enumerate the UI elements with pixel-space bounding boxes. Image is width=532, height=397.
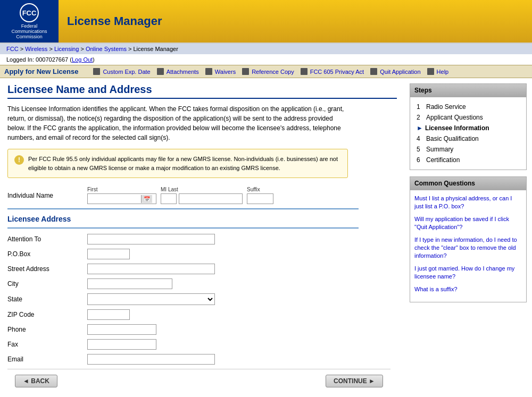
suffix-input[interactable]	[247, 193, 273, 204]
step-2: 2 Applicant Questions	[414, 112, 522, 123]
individual-name-row: Individual Name First 📅 MI Last	[7, 187, 359, 204]
street-address-fields	[87, 264, 359, 274]
last-name-input[interactable]	[179, 193, 243, 204]
document-icon	[301, 68, 307, 75]
attention-to-row: Attention To	[7, 234, 359, 244]
street-address-row: Street Address	[7, 264, 359, 274]
fcc-name-line1: Federal	[21, 23, 38, 29]
common-q-1[interactable]: Must I list a physical address, or can I…	[414, 195, 522, 211]
email-label: Email	[7, 356, 87, 363]
attention-to-label: Attention To	[7, 235, 87, 243]
x-icon	[370, 68, 377, 75]
fax-label: Fax	[7, 341, 87, 348]
first-label: First	[87, 187, 156, 192]
first-name-calendar-button[interactable]: 📅	[141, 195, 152, 203]
breadcrumb-licensing[interactable]: Licensing	[54, 46, 79, 52]
loggedin-bar: Logged In: 0007027667 (Log Out)	[0, 54, 532, 65]
phone-fields	[87, 324, 359, 335]
state-fields: AlabamaAlaskaArizonaArkansasCaliforniaCo…	[87, 293, 359, 305]
toolbar-privacy-act[interactable]: FCC 605 Privacy Act	[301, 68, 364, 75]
email-row: Email	[7, 354, 359, 365]
toolbar-reference-copy[interactable]: Reference Copy	[242, 68, 294, 75]
attention-to-fields	[87, 234, 359, 244]
sidebar: Steps 1 Radio Service 2 Applicant Questi…	[404, 78, 532, 314]
toolbar-attachments[interactable]: Attachments	[157, 68, 199, 75]
breadcrumb-online-systems[interactable]: Online Systems	[86, 46, 127, 52]
fcc-name-line3: Commission	[16, 34, 43, 39]
checkbox-icon	[205, 68, 212, 75]
warning-icon: !	[14, 155, 24, 165]
city-label: City	[7, 280, 87, 288]
first-name-input[interactable]	[88, 194, 141, 204]
zip-input[interactable]	[87, 309, 130, 320]
common-questions-box: Common Questions Must I list a physical …	[410, 176, 527, 302]
city-fields	[87, 278, 359, 289]
po-box-fields	[87, 249, 359, 259]
footer-buttons: ◄ BACK CONTINUE ►	[7, 369, 390, 393]
fax-input[interactable]	[87, 339, 156, 350]
email-fields	[87, 354, 359, 365]
street-address-input[interactable]	[87, 264, 215, 274]
steps-content: 1 Radio Service 2 Applicant Questions ► …	[410, 97, 526, 170]
city-row: City	[7, 278, 359, 289]
toolbar-waivers[interactable]: Waivers	[205, 68, 236, 75]
breadcrumb-wireless[interactable]: Wireless	[25, 46, 47, 52]
licensee-address-heading: Licensee Address	[7, 215, 397, 223]
header-title-bar: License Manager	[59, 0, 532, 43]
suffix-label: Suffix	[247, 187, 273, 192]
state-select[interactable]: AlabamaAlaskaArizonaArkansasCaliforniaCo…	[87, 293, 215, 305]
common-q-5[interactable]: What is a suffix?	[414, 285, 522, 293]
back-button[interactable]: ◄ BACK	[15, 375, 57, 387]
fcc-logo: FCC Federal Communications Commission	[0, 0, 59, 43]
common-q-4[interactable]: I just got married. How do I change my l…	[414, 265, 522, 281]
toolbar: Apply for New License Custom Exp. Date A…	[0, 65, 532, 78]
fcc-emblem: FCC	[20, 3, 39, 22]
step-6: 6 Certification	[414, 155, 522, 165]
breadcrumb: FCC > Wireless > Licensing > Online Syst…	[0, 44, 532, 54]
loggedin-text: Logged In: 0007027667	[6, 56, 68, 63]
address-divider-bottom	[7, 227, 359, 229]
zip-label: ZIP Code	[7, 311, 87, 318]
first-name-group: First 📅	[87, 187, 156, 204]
email-input[interactable]	[87, 354, 215, 365]
toolbar-quit-application[interactable]: Quit Application	[370, 68, 420, 75]
mi-input[interactable]	[161, 193, 177, 204]
question-icon	[427, 68, 434, 75]
common-q-3[interactable]: If I type in new information, do I need …	[414, 236, 522, 260]
breadcrumb-fcc[interactable]: FCC	[6, 46, 19, 52]
individual-name-fields: First 📅 MI Last Suffix	[87, 187, 359, 204]
state-row: State AlabamaAlaskaArizonaArkansasCalifo…	[7, 293, 359, 305]
step-5: 5 Summary	[414, 144, 522, 155]
warning-text: Per FCC Rule 95.5 only individual applic…	[28, 155, 341, 172]
phone-label: Phone	[7, 326, 87, 333]
continue-button[interactable]: CONTINUE ►	[326, 375, 383, 387]
attention-to-input[interactable]	[87, 234, 215, 244]
content-area: Licensee Name and Address This Licensee …	[0, 78, 404, 397]
step-1: 1 Radio Service	[414, 102, 522, 112]
suffix-group: Suffix	[247, 187, 273, 204]
toolbar-custom-exp-date[interactable]: Custom Exp. Date	[93, 68, 150, 75]
toolbar-help[interactable]: Help	[427, 68, 449, 75]
steps-list: 1 Radio Service 2 Applicant Questions ► …	[414, 102, 522, 165]
zip-row: ZIP Code	[7, 309, 359, 320]
step-4: 4 Basic Qualification	[414, 133, 522, 144]
fcc-name-line2: Communications	[11, 29, 47, 34]
logout-link[interactable]: Log Out	[72, 56, 93, 63]
address-divider	[7, 208, 359, 209]
paperclip-icon	[157, 68, 164, 75]
step-3: ► Licensee Information	[414, 123, 522, 133]
po-box-label: P.O.Box	[7, 250, 87, 258]
mi-last-group: MI Last	[161, 187, 243, 204]
city-input[interactable]	[87, 278, 172, 289]
common-q-2[interactable]: Will my application be saved if I click …	[414, 215, 522, 232]
phone-input[interactable]	[87, 324, 156, 335]
po-box-input[interactable]	[87, 249, 130, 259]
step-arrow: ►	[417, 124, 423, 132]
fax-row: Fax	[7, 339, 359, 350]
copy-icon	[242, 68, 249, 75]
state-label: State	[7, 295, 87, 303]
breadcrumb-current: License Manager	[133, 46, 178, 52]
page-title: License Manager	[67, 14, 162, 28]
main-layout: Licensee Name and Address This Licensee …	[0, 78, 532, 397]
mi-last-label: MI Last	[161, 187, 243, 192]
